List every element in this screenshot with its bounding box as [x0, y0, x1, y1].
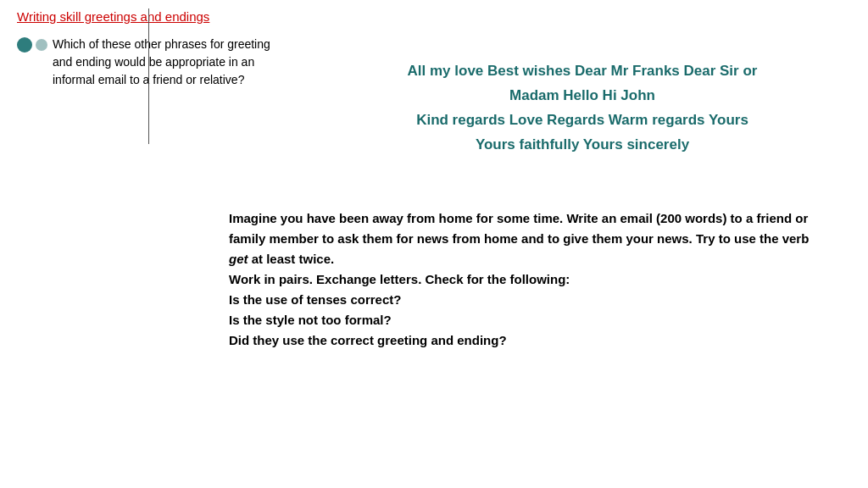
- phrases-line2: Madam Hello Hi John: [314, 84, 851, 108]
- phrases-line3: Kind regards Love Regards Warm regards Y…: [314, 108, 851, 133]
- left-panel: Writing skill greetings and endings Whic…: [17, 8, 288, 158]
- title-link[interactable]: Writing skill greetings and endings: [17, 8, 288, 30]
- main-content: Imagine you have been away from home for…: [0, 183, 868, 368]
- bullet-icon: [17, 37, 32, 53]
- check1: Is the use of tenses correct?: [229, 290, 826, 310]
- question-text: Which of these other phrases for greetin…: [49, 36, 288, 89]
- phrases-area: All my love Best wishes Dear Mr Franks D…: [314, 59, 851, 158]
- instruction-text: Imagine you have been away from home for…: [229, 208, 826, 351]
- phrases-line4: Yours faithfully Yours sincerely: [314, 133, 851, 158]
- right-panel: All my love Best wishes Dear Mr Franks D…: [288, 8, 851, 158]
- check3: Did they use the correct greeting and en…: [229, 330, 826, 351]
- phrases-line1: All my love Best wishes Dear Mr Franks D…: [314, 59, 851, 84]
- instruction-para1: Imagine you have been away from home for…: [229, 208, 826, 269]
- vertical-divider: [148, 8, 149, 144]
- instruction-para2: Work in pairs. Exchange letters. Check f…: [229, 269, 826, 290]
- bullet-small-icon: [36, 39, 47, 51]
- check2: Is the style not too formal?: [229, 310, 826, 330]
